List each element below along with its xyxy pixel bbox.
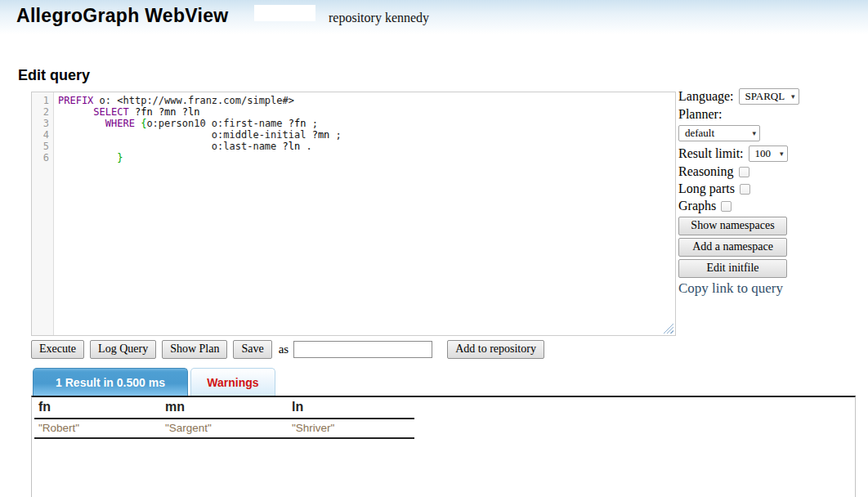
code-line: SELECT ?fn ?mn ?ln bbox=[58, 106, 675, 118]
page-title: Edit query bbox=[18, 67, 90, 84]
code-token: } bbox=[117, 152, 123, 163]
nav-separator: | bbox=[150, 38, 154, 50]
graphs-checkbox[interactable] bbox=[721, 201, 732, 212]
code-token: SELECT bbox=[93, 106, 128, 118]
code-token: . bbox=[300, 141, 311, 152]
code-token bbox=[58, 118, 105, 129]
reasoning-checkbox[interactable] bbox=[739, 167, 749, 177]
line-number: 4 bbox=[32, 129, 49, 141]
long-parts-label: Long parts bbox=[678, 181, 735, 196]
tab-results[interactable]: 1 Result in 0.500 ms bbox=[33, 368, 188, 396]
code-token: o:person10 o:first-name bbox=[146, 118, 288, 129]
query-options-panel: Language: SPARQL ▾ Planner: default ▾ Re… bbox=[678, 88, 865, 297]
nav-item-user-test[interactable]: User test bbox=[262, 38, 310, 50]
show-namespaces-button[interactable]: Show namespaces bbox=[678, 217, 787, 235]
query-code[interactable]: PREFIX o: <http://www.franz.com/simple#>… bbox=[54, 92, 675, 335]
code-line: PREFIX o: <http://www.franz.com/simple#> bbox=[58, 95, 675, 106]
result-limit-select[interactable]: 100 ▾ bbox=[749, 146, 788, 162]
nav-separator: | bbox=[23, 38, 26, 50]
page: AllegroGraph WebView repository kennedy … bbox=[0, 0, 868, 497]
edit-initfile-button[interactable]: Edit initfile bbox=[678, 259, 787, 278]
code-line: } bbox=[58, 152, 675, 163]
nav-bar: ↶ |Repository|Queries|Utilities|Admin|Us… bbox=[0, 34, 868, 53]
planner-label: Planner: bbox=[678, 107, 722, 122]
line-number: 6 bbox=[32, 152, 49, 163]
graphs-label: Graphs bbox=[678, 199, 716, 213]
tab-warnings[interactable]: Warnings bbox=[190, 368, 275, 396]
reasoning-label: Reasoning bbox=[678, 164, 734, 179]
save-button[interactable]: Save bbox=[233, 340, 271, 359]
code-token: PREFIX bbox=[58, 95, 93, 106]
code-line: o:middle-initial ?mn ; bbox=[58, 129, 675, 141]
code-token bbox=[153, 106, 159, 118]
header: AllegroGraph WebView repository kennedy bbox=[0, 0, 868, 34]
nav-item-utilities[interactable]: Utilities bbox=[159, 38, 199, 50]
copy-link-to-query[interactable]: Copy link to query bbox=[678, 280, 865, 297]
code-token bbox=[58, 106, 93, 118]
option-row: Reasoning bbox=[678, 164, 865, 179]
column-header-ln: ln bbox=[288, 397, 414, 419]
actions-row: Execute Log Query Show Plan Save as Add … bbox=[31, 340, 544, 359]
execute-button[interactable]: Execute bbox=[31, 340, 84, 359]
column-header-mn: mn bbox=[161, 397, 288, 419]
code-token bbox=[58, 152, 117, 163]
option-row: Graphs bbox=[678, 199, 865, 213]
code-line: WHERE {o:person10 o:first-name ?fn ; bbox=[58, 118, 675, 129]
nav-left: ↶ |Repository|Queries|Utilities|Admin|Us… bbox=[7, 38, 310, 51]
save-name-input[interactable] bbox=[293, 341, 432, 358]
back-arrow-icon[interactable]: ↶ bbox=[7, 38, 17, 51]
line-number: 3 bbox=[32, 118, 49, 129]
nav-item-admin[interactable]: Admin bbox=[213, 38, 248, 50]
option-row: Long parts bbox=[678, 181, 865, 196]
chevron-down-icon: ▾ bbox=[780, 150, 784, 158]
table-row: "Robert""Sargent""Shriver" bbox=[34, 419, 414, 438]
long-parts-checkbox[interactable] bbox=[740, 184, 750, 195]
line-number: 5 bbox=[32, 141, 49, 152]
line-number: 2 bbox=[32, 106, 49, 118]
code-token: WHERE bbox=[105, 118, 135, 129]
app-title: AllegroGraph WebView bbox=[16, 5, 228, 27]
code-token bbox=[177, 106, 182, 118]
repository-label: repository kennedy bbox=[329, 11, 429, 25]
line-number-gutter: 123456 bbox=[32, 92, 54, 335]
code-token: ?ln bbox=[283, 141, 301, 152]
nav-item-queries[interactable]: Queries bbox=[104, 38, 145, 50]
chevron-down-icon: ▾ bbox=[791, 92, 795, 101]
results-table: fnmnln "Robert""Sargent""Shriver" bbox=[34, 397, 414, 439]
log-query-button[interactable]: Log Query bbox=[90, 340, 156, 359]
code-token: ?fn bbox=[289, 118, 306, 129]
code-line: o:last-name ?ln . bbox=[58, 141, 675, 152]
code-token: o:last-name bbox=[58, 141, 283, 152]
nav-separator: | bbox=[205, 38, 208, 50]
as-label: as bbox=[279, 343, 289, 356]
language-value: SPARQL bbox=[745, 90, 785, 103]
result-limit-value: 100 bbox=[755, 147, 772, 160]
nav-separator: | bbox=[253, 38, 257, 50]
logo-placeholder bbox=[254, 5, 315, 21]
code-token bbox=[129, 106, 135, 118]
code-token: ?mn bbox=[159, 106, 177, 118]
query-editor[interactable]: 123456 PREFIX o: <http://www.franz.com/s… bbox=[31, 92, 676, 336]
code-token: ?fn bbox=[135, 106, 153, 118]
planner-select[interactable]: default ▾ bbox=[678, 125, 760, 141]
result-limit-label: Result limit: bbox=[678, 146, 744, 161]
language-select[interactable]: SPARQL ▾ bbox=[739, 88, 799, 105]
add-a-namespace-button[interactable]: Add a namespace bbox=[678, 238, 787, 257]
table-cell: "Sargent" bbox=[161, 419, 288, 438]
code-token: ; bbox=[306, 118, 317, 129]
code-token: ; bbox=[329, 129, 341, 141]
code-token: ?mn bbox=[312, 129, 330, 141]
code-token: o:middle-initial bbox=[58, 129, 312, 141]
table-cell: "Shriver" bbox=[288, 419, 414, 438]
add-to-repository-button[interactable]: Add to repository bbox=[447, 340, 544, 359]
code-token: ?ln bbox=[182, 106, 200, 118]
nav-separator: | bbox=[95, 38, 98, 50]
language-label: Language: bbox=[678, 89, 734, 104]
nav-item-documentation[interactable]: Documentation bbox=[781, 38, 861, 50]
planner-value: default bbox=[685, 127, 714, 140]
show-plan-button[interactable]: Show Plan bbox=[162, 340, 227, 359]
table-cell: "Robert" bbox=[34, 419, 161, 438]
nav-item-repository[interactable]: Repository bbox=[32, 38, 90, 50]
code-token: o: <http://www.franz.com/simple#> bbox=[93, 95, 294, 106]
column-header-fn: fn bbox=[34, 397, 161, 419]
